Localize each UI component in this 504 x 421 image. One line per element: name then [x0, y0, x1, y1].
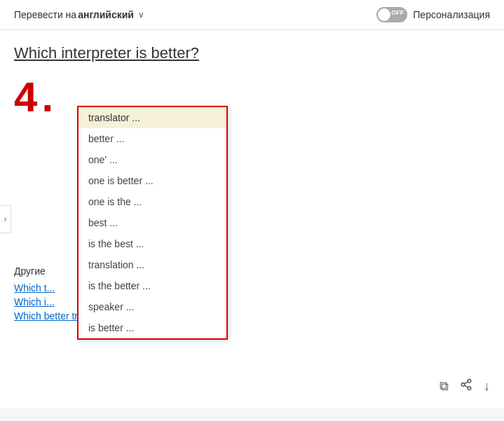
toggle-knob	[378, 8, 390, 21]
svg-point-0	[468, 380, 471, 383]
dropdown-item-8[interactable]: is the better ...	[79, 275, 226, 296]
svg-point-2	[468, 387, 471, 390]
personalization-label: Персонализация	[413, 9, 490, 20]
dropdown-item-1[interactable]: better ...	[79, 128, 226, 149]
personalization-section: OFF Персонализация	[376, 7, 490, 22]
dropdown-item-9[interactable]: speaker ...	[79, 296, 226, 317]
svg-point-1	[461, 383, 465, 387]
svg-line-4	[464, 382, 468, 384]
number-4: 4	[14, 76, 37, 118]
personalization-toggle[interactable]: OFF	[376, 7, 407, 22]
footer-icons: ⧉ ↓	[440, 378, 490, 394]
translate-prefix-label: Перевести на	[14, 9, 76, 20]
translate-lang-label: английский	[78, 9, 134, 20]
dropdown-item-6[interactable]: is the best ...	[79, 233, 226, 254]
dropdown-item-2[interactable]: one' ...	[79, 149, 226, 170]
download-icon[interactable]: ↓	[484, 379, 490, 394]
dropdown-item-10[interactable]: is better ...	[79, 317, 226, 338]
translate-section[interactable]: Перевести на английский ∨	[14, 9, 144, 20]
share-icon[interactable]	[460, 378, 472, 394]
dropdown-item-4[interactable]: one is the ...	[79, 191, 226, 212]
sidebar-arrow-icon: ›	[4, 214, 7, 224]
sidebar-arrow[interactable]: ›	[0, 205, 11, 233]
toggle-label: OFF	[391, 9, 404, 16]
header-bar: Перевести на английский ∨ OFF Персонализ…	[0, 0, 504, 30]
chevron-down-icon: ∨	[138, 10, 144, 20]
svg-line-3	[464, 385, 468, 387]
dropdown-item-0[interactable]: translator ...	[79, 107, 226, 128]
dropdown-item-5[interactable]: best ...	[79, 212, 226, 233]
dropdown-menu: translator ...better ...one' ...one is b…	[77, 106, 228, 340]
copy-icon[interactable]: ⧉	[440, 379, 449, 394]
number-dot: .	[41, 76, 53, 118]
main-content: › Which interpreter is better? 4 . trans…	[0, 30, 504, 408]
question-heading: Which interpreter is better?	[14, 44, 490, 62]
dropdown-item-3[interactable]: one is better ...	[79, 170, 226, 191]
dropdown-item-7[interactable]: translation ...	[79, 254, 226, 275]
